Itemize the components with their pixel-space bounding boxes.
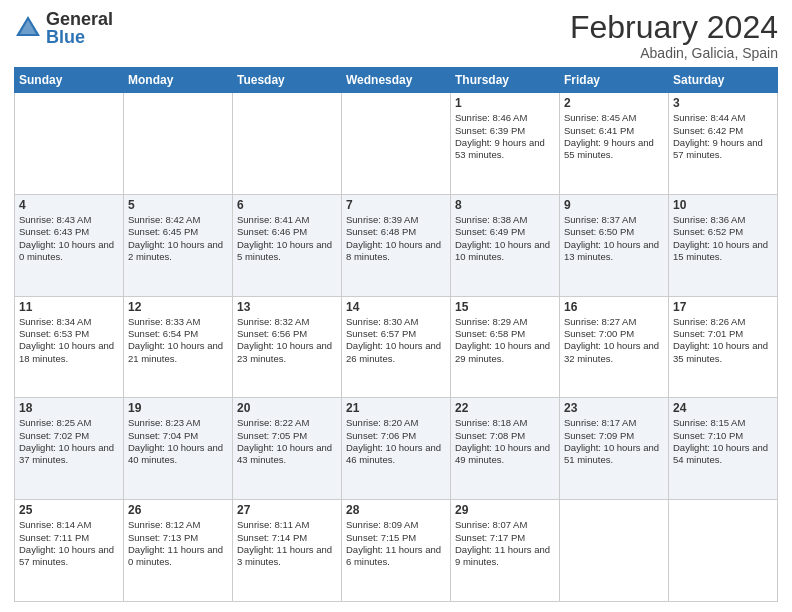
calendar-cell: 25Sunrise: 8:14 AMSunset: 7:11 PMDayligh… (15, 500, 124, 602)
day-number: 5 (128, 198, 228, 212)
calendar-cell: 23Sunrise: 8:17 AMSunset: 7:09 PMDayligh… (560, 398, 669, 500)
calendar-cell: 29Sunrise: 8:07 AMSunset: 7:17 PMDayligh… (451, 500, 560, 602)
month-year: February 2024 (570, 10, 778, 45)
cell-text: Sunrise: 8:34 AMSunset: 6:53 PMDaylight:… (19, 316, 119, 365)
logo-blue: Blue (46, 28, 113, 46)
header-day-sunday: Sunday (15, 68, 124, 93)
day-number: 11 (19, 300, 119, 314)
week-row-4: 18Sunrise: 8:25 AMSunset: 7:02 PMDayligh… (15, 398, 778, 500)
calendar-header: SundayMondayTuesdayWednesdayThursdayFrid… (15, 68, 778, 93)
day-number: 3 (673, 96, 773, 110)
calendar-cell: 10Sunrise: 8:36 AMSunset: 6:52 PMDayligh… (669, 194, 778, 296)
day-number: 27 (237, 503, 337, 517)
calendar-cell: 12Sunrise: 8:33 AMSunset: 6:54 PMDayligh… (124, 296, 233, 398)
calendar-cell: 24Sunrise: 8:15 AMSunset: 7:10 PMDayligh… (669, 398, 778, 500)
header-day-friday: Friday (560, 68, 669, 93)
calendar-cell: 20Sunrise: 8:22 AMSunset: 7:05 PMDayligh… (233, 398, 342, 500)
cell-text: Sunrise: 8:22 AMSunset: 7:05 PMDaylight:… (237, 417, 337, 466)
day-number: 21 (346, 401, 446, 415)
day-number: 9 (564, 198, 664, 212)
header-day-thursday: Thursday (451, 68, 560, 93)
cell-text: Sunrise: 8:14 AMSunset: 7:11 PMDaylight:… (19, 519, 119, 568)
week-row-3: 11Sunrise: 8:34 AMSunset: 6:53 PMDayligh… (15, 296, 778, 398)
calendar-cell: 16Sunrise: 8:27 AMSunset: 7:00 PMDayligh… (560, 296, 669, 398)
cell-text: Sunrise: 8:26 AMSunset: 7:01 PMDaylight:… (673, 316, 773, 365)
cell-text: Sunrise: 8:20 AMSunset: 7:06 PMDaylight:… (346, 417, 446, 466)
calendar-cell: 6Sunrise: 8:41 AMSunset: 6:46 PMDaylight… (233, 194, 342, 296)
header-row: SundayMondayTuesdayWednesdayThursdayFrid… (15, 68, 778, 93)
calendar-cell: 8Sunrise: 8:38 AMSunset: 6:49 PMDaylight… (451, 194, 560, 296)
calendar-cell: 1Sunrise: 8:46 AMSunset: 6:39 PMDaylight… (451, 93, 560, 195)
cell-text: Sunrise: 8:32 AMSunset: 6:56 PMDaylight:… (237, 316, 337, 365)
cell-text: Sunrise: 8:17 AMSunset: 7:09 PMDaylight:… (564, 417, 664, 466)
calendar-cell (15, 93, 124, 195)
day-number: 15 (455, 300, 555, 314)
logo-icon (14, 14, 42, 42)
calendar-cell: 27Sunrise: 8:11 AMSunset: 7:14 PMDayligh… (233, 500, 342, 602)
day-number: 17 (673, 300, 773, 314)
calendar-cell: 9Sunrise: 8:37 AMSunset: 6:50 PMDaylight… (560, 194, 669, 296)
calendar-cell: 7Sunrise: 8:39 AMSunset: 6:48 PMDaylight… (342, 194, 451, 296)
cell-text: Sunrise: 8:30 AMSunset: 6:57 PMDaylight:… (346, 316, 446, 365)
cell-text: Sunrise: 8:27 AMSunset: 7:00 PMDaylight:… (564, 316, 664, 365)
calendar-cell (560, 500, 669, 602)
cell-text: Sunrise: 8:15 AMSunset: 7:10 PMDaylight:… (673, 417, 773, 466)
day-number: 26 (128, 503, 228, 517)
cell-text: Sunrise: 8:29 AMSunset: 6:58 PMDaylight:… (455, 316, 555, 365)
week-row-5: 25Sunrise: 8:14 AMSunset: 7:11 PMDayligh… (15, 500, 778, 602)
cell-text: Sunrise: 8:43 AMSunset: 6:43 PMDaylight:… (19, 214, 119, 263)
cell-text: Sunrise: 8:11 AMSunset: 7:14 PMDaylight:… (237, 519, 337, 568)
day-number: 20 (237, 401, 337, 415)
cell-text: Sunrise: 8:44 AMSunset: 6:42 PMDaylight:… (673, 112, 773, 161)
calendar-cell: 5Sunrise: 8:42 AMSunset: 6:45 PMDaylight… (124, 194, 233, 296)
day-number: 7 (346, 198, 446, 212)
week-row-2: 4Sunrise: 8:43 AMSunset: 6:43 PMDaylight… (15, 194, 778, 296)
day-number: 29 (455, 503, 555, 517)
logo-general: General (46, 10, 113, 28)
calendar-cell: 19Sunrise: 8:23 AMSunset: 7:04 PMDayligh… (124, 398, 233, 500)
day-number: 24 (673, 401, 773, 415)
day-number: 12 (128, 300, 228, 314)
day-number: 23 (564, 401, 664, 415)
day-number: 10 (673, 198, 773, 212)
header-day-tuesday: Tuesday (233, 68, 342, 93)
cell-text: Sunrise: 8:45 AMSunset: 6:41 PMDaylight:… (564, 112, 664, 161)
logo-text: General Blue (46, 10, 113, 46)
cell-text: Sunrise: 8:23 AMSunset: 7:04 PMDaylight:… (128, 417, 228, 466)
header-day-wednesday: Wednesday (342, 68, 451, 93)
day-number: 6 (237, 198, 337, 212)
day-number: 14 (346, 300, 446, 314)
cell-text: Sunrise: 8:46 AMSunset: 6:39 PMDaylight:… (455, 112, 555, 161)
calendar-cell (342, 93, 451, 195)
calendar-page: General Blue February 2024 Abadin, Galic… (0, 0, 792, 612)
logo: General Blue (14, 10, 113, 46)
cell-text: Sunrise: 8:18 AMSunset: 7:08 PMDaylight:… (455, 417, 555, 466)
calendar-cell: 13Sunrise: 8:32 AMSunset: 6:56 PMDayligh… (233, 296, 342, 398)
day-number: 18 (19, 401, 119, 415)
calendar-cell (669, 500, 778, 602)
header-day-monday: Monday (124, 68, 233, 93)
calendar-cell: 28Sunrise: 8:09 AMSunset: 7:15 PMDayligh… (342, 500, 451, 602)
cell-text: Sunrise: 8:39 AMSunset: 6:48 PMDaylight:… (346, 214, 446, 263)
calendar-cell: 15Sunrise: 8:29 AMSunset: 6:58 PMDayligh… (451, 296, 560, 398)
calendar-cell (233, 93, 342, 195)
cell-text: Sunrise: 8:25 AMSunset: 7:02 PMDaylight:… (19, 417, 119, 466)
calendar-cell: 4Sunrise: 8:43 AMSunset: 6:43 PMDaylight… (15, 194, 124, 296)
day-number: 22 (455, 401, 555, 415)
calendar-cell: 26Sunrise: 8:12 AMSunset: 7:13 PMDayligh… (124, 500, 233, 602)
calendar-cell: 22Sunrise: 8:18 AMSunset: 7:08 PMDayligh… (451, 398, 560, 500)
title-block: February 2024 Abadin, Galicia, Spain (570, 10, 778, 61)
cell-text: Sunrise: 8:33 AMSunset: 6:54 PMDaylight:… (128, 316, 228, 365)
calendar-table: SundayMondayTuesdayWednesdayThursdayFrid… (14, 67, 778, 602)
calendar-cell: 14Sunrise: 8:30 AMSunset: 6:57 PMDayligh… (342, 296, 451, 398)
header: General Blue February 2024 Abadin, Galic… (14, 10, 778, 61)
day-number: 13 (237, 300, 337, 314)
day-number: 4 (19, 198, 119, 212)
day-number: 1 (455, 96, 555, 110)
calendar-cell: 18Sunrise: 8:25 AMSunset: 7:02 PMDayligh… (15, 398, 124, 500)
cell-text: Sunrise: 8:07 AMSunset: 7:17 PMDaylight:… (455, 519, 555, 568)
calendar-cell: 2Sunrise: 8:45 AMSunset: 6:41 PMDaylight… (560, 93, 669, 195)
week-row-1: 1Sunrise: 8:46 AMSunset: 6:39 PMDaylight… (15, 93, 778, 195)
cell-text: Sunrise: 8:38 AMSunset: 6:49 PMDaylight:… (455, 214, 555, 263)
day-number: 28 (346, 503, 446, 517)
